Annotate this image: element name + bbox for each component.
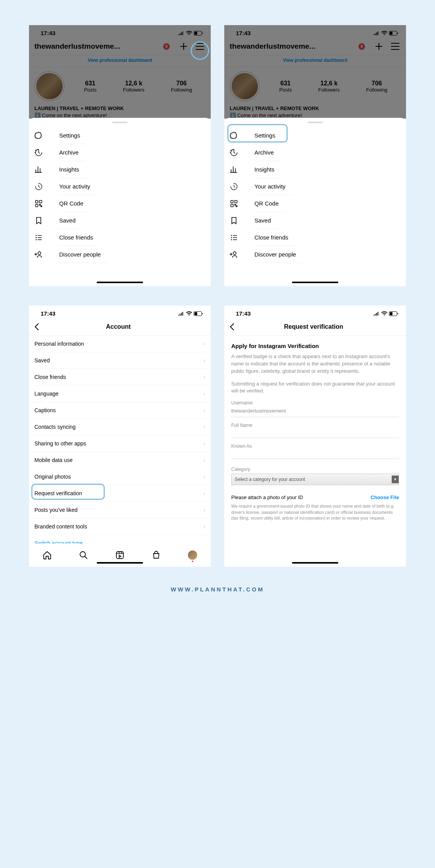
svg-point-7 xyxy=(36,237,37,238)
saved-icon xyxy=(34,216,43,225)
chevron-right-icon: › xyxy=(203,374,205,380)
status-bar: 17:43 xyxy=(29,306,211,320)
stat-following[interactable]: 706 Following xyxy=(366,80,387,93)
settings-icon xyxy=(230,131,238,140)
page-title: Account xyxy=(31,323,205,330)
menu-insights[interactable]: Insights xyxy=(29,161,211,178)
screen-profile-menu-1: 17:43 thewanderlustmoveme... 9 View prof… xyxy=(29,25,211,286)
choose-file-button[interactable]: Choose File xyxy=(370,494,399,500)
screen-verification: 17:43 Request verification Apply for Ins… xyxy=(224,306,406,567)
status-time: 17:43 xyxy=(236,310,251,317)
menu-insights[interactable]: Insights xyxy=(224,161,406,178)
username[interactable]: thewanderlustmoveme... xyxy=(34,42,162,51)
menu-archive[interactable]: Archive xyxy=(224,144,406,161)
item-language[interactable]: Language› xyxy=(29,386,211,402)
avatar[interactable] xyxy=(34,71,65,101)
item-personal-information[interactable]: Personal information› xyxy=(29,336,211,352)
tab-search-icon[interactable] xyxy=(79,550,88,560)
sheet-handle[interactable] xyxy=(112,122,128,123)
archive-icon xyxy=(34,148,43,157)
menu-settings[interactable]: Settings xyxy=(29,127,211,144)
svg-rect-14 xyxy=(235,200,237,203)
fullname-field[interactable] xyxy=(231,429,399,438)
menu-settings[interactable]: Settings xyxy=(224,127,406,144)
create-icon[interactable] xyxy=(178,41,189,52)
item-original-photos[interactable]: Original photos› xyxy=(29,469,211,485)
qr-icon xyxy=(34,199,43,208)
svg-point-16 xyxy=(231,235,232,236)
sheet-handle[interactable] xyxy=(307,122,323,123)
item-captions[interactable]: Captions› xyxy=(29,402,211,419)
profile-header: thewanderlustmoveme... 9 xyxy=(29,39,211,55)
chevron-right-icon: › xyxy=(203,507,205,513)
knownas-field[interactable] xyxy=(231,450,399,459)
menu-discover[interactable]: Discover people xyxy=(224,246,406,263)
hamburger-icon[interactable] xyxy=(194,41,205,52)
item-request-verification[interactable]: Request verification› xyxy=(29,485,211,502)
status-indicators xyxy=(373,31,398,36)
archive-icon xyxy=(230,148,238,157)
menu-discover[interactable]: Discover people xyxy=(29,246,211,263)
home-indicator[interactable] xyxy=(97,562,143,564)
verification-form: Apply for Instagram Verification A verif… xyxy=(224,336,406,528)
item-saved[interactable]: Saved› xyxy=(29,352,211,369)
discover-icon xyxy=(230,250,238,259)
menu-saved[interactable]: Saved xyxy=(29,212,211,229)
status-bar: 17:43 xyxy=(29,25,211,39)
screen-profile-menu-2: 17:43 thewanderlustmoveme... 9 View prof… xyxy=(224,25,406,286)
category-select[interactable]: Select a category for your account ▼ xyxy=(231,474,399,485)
profile-stats-row: 631 Posts 12,6 k Followers 706 Following xyxy=(29,67,211,105)
item-close-friends[interactable]: Close friends› xyxy=(29,369,211,386)
form-heading: Apply for Instagram Verification xyxy=(231,343,399,349)
menu-activity[interactable]: Your activity xyxy=(224,178,406,195)
menu-activity[interactable]: Your activity xyxy=(29,178,211,195)
dashboard-link[interactable]: View professional dashboard xyxy=(224,55,406,67)
attach-description: We require a government-issued photo ID … xyxy=(231,503,399,521)
menu-close-friends[interactable]: Close friends xyxy=(29,229,211,246)
tab-shop-icon[interactable] xyxy=(152,550,161,560)
hamburger-icon[interactable] xyxy=(390,41,401,52)
menu-close-friends[interactable]: Close friends xyxy=(224,229,406,246)
tab-reels-icon[interactable] xyxy=(115,550,125,560)
menu-saved[interactable]: Saved xyxy=(224,212,406,229)
tab-home-icon[interactable] xyxy=(43,550,52,560)
stat-followers[interactable]: 12,6 k Followers xyxy=(318,80,340,93)
nav-header: Request verification xyxy=(224,320,406,336)
discover-icon xyxy=(34,250,43,259)
menu-qr[interactable]: QR Code xyxy=(224,195,406,212)
menu-archive[interactable]: Archive xyxy=(29,144,211,161)
home-indicator[interactable] xyxy=(292,562,338,564)
tab-profile-avatar[interactable] xyxy=(188,550,197,560)
svg-rect-24 xyxy=(116,552,123,559)
profile-stats-row: 631 Posts 12,6 k Followers 706 Following xyxy=(224,67,406,105)
svg-point-19 xyxy=(233,252,236,255)
svg-rect-22 xyxy=(202,313,203,314)
svg-rect-2 xyxy=(202,32,203,34)
create-icon[interactable] xyxy=(374,41,384,52)
stat-followers[interactable]: 12,6 k Followers xyxy=(123,80,145,93)
avatar[interactable] xyxy=(230,71,260,101)
svg-rect-21 xyxy=(194,312,197,315)
svg-point-17 xyxy=(231,237,232,238)
stat-posts[interactable]: 631 Posts xyxy=(279,80,292,93)
username[interactable]: thewanderlustmoveme... xyxy=(230,42,358,51)
stat-following[interactable]: 706 Following xyxy=(171,80,192,93)
chevron-right-icon: › xyxy=(203,357,205,364)
item-posts-liked[interactable]: Posts you've liked› xyxy=(29,502,211,518)
stat-posts[interactable]: 631 Posts xyxy=(84,80,97,93)
dropdown-icon: ▼ xyxy=(392,476,399,483)
footer-url: WWW.PLANNTHAT.COM xyxy=(29,586,406,593)
home-indicator[interactable] xyxy=(97,282,143,283)
item-contacts-syncing[interactable]: Contacts syncing› xyxy=(29,419,211,435)
dashboard-link[interactable]: View professional dashboard xyxy=(29,55,211,67)
form-description-2: Submitting a request for verification do… xyxy=(231,380,399,395)
chevron-right-icon: › xyxy=(203,440,205,447)
menu-qr[interactable]: QR Code xyxy=(29,195,211,212)
item-sharing[interactable]: Sharing to other apps› xyxy=(29,435,211,452)
item-branded-content[interactable]: Branded content tools› xyxy=(29,518,211,535)
item-mobile-data[interactable]: Mobile data use› xyxy=(29,452,211,469)
home-indicator[interactable] xyxy=(292,282,338,283)
chevron-right-icon: › xyxy=(203,457,205,463)
form-description-1: A verified badge is a check that appears… xyxy=(231,353,399,375)
svg-rect-13 xyxy=(231,200,233,203)
